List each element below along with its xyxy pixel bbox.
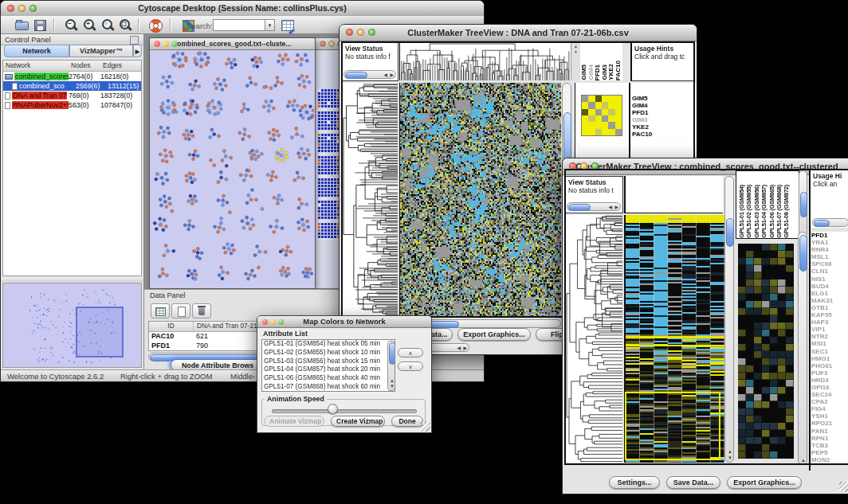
network-graph-canvas[interactable] <box>151 50 314 287</box>
heatmap-vscrollbar[interactable]: ▲ ▼ <box>724 176 734 463</box>
export-graphics-button[interactable]: Export Graphics... <box>727 476 802 489</box>
search-input[interactable] <box>213 19 267 31</box>
zoom-window-icon[interactable] <box>368 29 375 36</box>
float-panel-icon[interactable] <box>130 36 139 45</box>
minimize-icon[interactable] <box>163 41 169 47</box>
network-table-row[interactable]: RNAPuberNov2+!563(0)107847(0) <box>3 100 141 110</box>
network-view-window[interactable]: combined_scores_good.txt--cluste... <box>149 37 316 289</box>
zoom-selected-button[interactable]: ▫ <box>101 18 116 32</box>
attribute-item[interactable]: GPL51-02 (GSM855) heat shock 10 min <box>262 349 395 357</box>
close-icon[interactable] <box>7 5 14 12</box>
scroll-right-icon[interactable]: ▶ <box>390 72 394 77</box>
scrollbar-thumb[interactable] <box>800 192 807 217</box>
zoom-window-icon[interactable] <box>29 5 37 12</box>
animate-vizmap-button[interactable]: Animate Vizmap <box>264 416 324 427</box>
export-graphics-button[interactable]: Export Graphics... <box>457 328 531 341</box>
help-button[interactable] <box>149 18 163 32</box>
network-table-row[interactable]: DNA and Tran 07769(0)183728(0) <box>3 91 141 100</box>
move-down-button[interactable]: ∨ <box>398 361 423 371</box>
attribute-item[interactable]: GPL51-06 (GSM865) heat shock 40 min <box>262 374 395 383</box>
scroll-up-icon[interactable]: ▲ <box>390 378 395 383</box>
scrollbar-thumb[interactable] <box>568 204 591 211</box>
network-table-row[interactable]: combined_sco2569(6)13112(15) <box>3 81 141 91</box>
scrollbar-thumb[interactable] <box>389 342 395 365</box>
tab-vizmapper[interactable]: VizMapper™ <box>69 45 133 57</box>
usage-hints-scrollbar[interactable] <box>812 218 848 227</box>
resize-grip[interactable] <box>839 482 848 492</box>
scrollbar-thumb[interactable] <box>726 218 734 247</box>
summary-heatmap-canvas[interactable] <box>738 244 794 459</box>
close-icon[interactable] <box>346 29 353 36</box>
heatmap-canvas[interactable] <box>399 83 561 316</box>
minimize-icon[interactable] <box>18 5 26 12</box>
scroll-right-icon[interactable]: ▶ <box>614 205 618 209</box>
scroll-right-icon[interactable]: ▶ <box>463 346 467 350</box>
zoom-window-icon[interactable] <box>278 319 284 325</box>
minimize-icon[interactable] <box>270 319 276 325</box>
attribute-item[interactable]: GPL51-07 (GSM868) heat shock 60 min <box>262 383 395 392</box>
open-session-button[interactable] <box>15 18 29 32</box>
row-dendrogram-canvas[interactable] <box>565 215 622 463</box>
close-icon[interactable] <box>569 162 576 170</box>
column-dendrogram-area[interactable] <box>624 176 723 213</box>
zoom-in-button[interactable]: + <box>83 18 97 32</box>
network-overview-canvas[interactable] <box>3 283 141 367</box>
attribute-browser-button[interactable] <box>281 18 296 32</box>
zoom-window-icon[interactable] <box>171 41 178 47</box>
network-view-titlebar[interactable]: combined_scores_good.txt--cluste... <box>150 38 315 50</box>
speed-slider-track[interactable] <box>272 409 417 413</box>
attribute-item[interactable]: GPL51-04 (GSM857) heat shock 20 min <box>262 365 395 374</box>
panel-divider[interactable] <box>1 278 143 282</box>
scroll-up-icon[interactable]: ▲ <box>728 449 732 454</box>
scroll-left-icon[interactable]: ◀ <box>383 72 387 77</box>
delete-attribute-button[interactable] <box>192 303 211 318</box>
close-icon[interactable] <box>154 41 160 47</box>
view-status-scrollbar[interactable]: ◀ ▶ <box>344 70 396 79</box>
gene-list-scrollbar[interactable]: ▲ <box>798 232 807 465</box>
search-dropdown-arrow[interactable]: ▼ <box>265 19 275 31</box>
scroll-up-icon[interactable]: ▲ <box>574 45 578 49</box>
new-attribute-button[interactable] <box>171 303 190 318</box>
view-status-scrollbar[interactable]: ◀ ▶ <box>567 202 621 211</box>
attribute-item[interactable]: GPL51-01 (GSM854) heat shock 05 min <box>262 340 395 349</box>
scroll-down-icon[interactable]: ▼ <box>728 455 732 460</box>
show-table-button[interactable] <box>151 303 170 318</box>
settings-button[interactable]: Settings... <box>609 476 660 489</box>
attribute-list[interactable]: GPL51-01 (GSM854) heat shock 05 minGPL51… <box>261 339 395 392</box>
scroll-left-icon[interactable]: ◀ <box>608 205 612 209</box>
close-icon[interactable] <box>262 319 268 325</box>
scroll-down-icon[interactable]: ▼ <box>574 50 578 54</box>
network-table-row[interactable]: combined_scores2764(0)16218(0) <box>3 72 141 81</box>
create-vizmap-button[interactable]: Create Vizmap <box>331 416 385 427</box>
zoom-out-button[interactable]: − <box>65 18 79 32</box>
scroll-down-icon[interactable]: ▼ <box>390 384 395 389</box>
save-session-button[interactable] <box>34 18 49 32</box>
scrollbar-thumb[interactable] <box>345 72 367 79</box>
tab-overflow-arrow[interactable]: ▶ <box>133 45 142 57</box>
scroll-left-icon[interactable]: ◀ <box>457 346 461 350</box>
minimize-icon[interactable] <box>328 41 335 47</box>
dialog-titlebar[interactable]: Map Colors to Network <box>257 316 431 328</box>
attribute-list-scrollbar[interactable]: ▲ ▼ <box>387 341 395 391</box>
attribute-item[interactable]: GPL51-03 (GSM856) heat shock 15 min <box>262 357 395 366</box>
resize-grip[interactable] <box>420 421 430 432</box>
speed-slider-thumb[interactable] <box>328 404 338 414</box>
zoom-window-icon[interactable] <box>591 162 599 170</box>
scrollbar-thumb[interactable] <box>799 235 807 272</box>
close-icon[interactable] <box>320 41 326 47</box>
row-dendrogram-canvas[interactable] <box>342 83 398 316</box>
move-up-button[interactable]: ∧ <box>398 348 423 357</box>
scrollbar-thumb[interactable] <box>814 220 830 227</box>
save-data-button[interactable]: Save Data... <box>666 476 720 489</box>
scroll-up-icon[interactable]: ▲ <box>801 458 806 463</box>
tab-network[interactable]: Network <box>4 45 69 57</box>
treeview1-titlebar[interactable]: ClusterMaker TreeView : DNA and Tran 07-… <box>340 25 697 41</box>
column-labels-scrollbar[interactable] <box>799 170 807 237</box>
main-titlebar[interactable]: Cytoscape Desktop (Session Name: collins… <box>1 1 484 17</box>
column-dendrogram-canvas[interactable] <box>399 42 571 80</box>
minimize-icon[interactable] <box>580 162 587 170</box>
minimize-icon[interactable] <box>357 29 364 36</box>
network-overview-panel[interactable] <box>2 283 142 368</box>
done-button[interactable]: Done <box>391 416 423 427</box>
correlation-matrix[interactable] <box>581 95 622 136</box>
